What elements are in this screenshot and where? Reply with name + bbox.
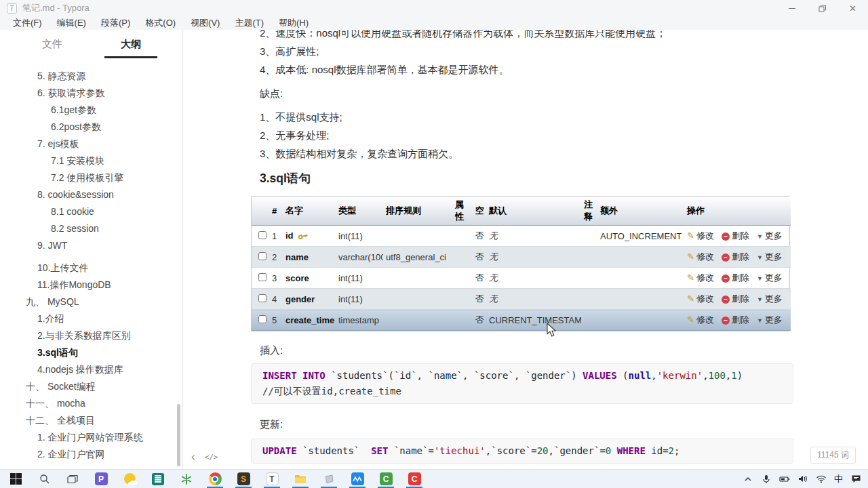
menu-file[interactable]: 文件(F)	[5, 17, 50, 29]
more-link: 更多	[765, 251, 783, 262]
field-null: 否	[473, 226, 486, 247]
tray-volume[interactable]	[797, 474, 808, 483]
outline-item[interactable]: 十二、 全栈项目	[0, 412, 182, 429]
minimize-button[interactable]	[776, 0, 807, 16]
col-header-type: 类型	[336, 197, 383, 226]
battery-icon	[779, 475, 790, 483]
taskbar-app-gray[interactable]	[315, 470, 343, 488]
more-icon: ▼	[757, 254, 763, 261]
delete-link: 删除	[732, 314, 749, 325]
search-icon	[39, 474, 50, 484]
taskbar-app-flower[interactable]	[172, 470, 201, 488]
windows-logo-icon	[10, 473, 22, 485]
update-label: 更新:	[251, 415, 793, 433]
outline-item[interactable]: 九、 MySQL	[0, 293, 182, 310]
row-num: 1	[269, 226, 283, 247]
field-collation	[383, 268, 452, 289]
taskbar-app-sublime[interactable]: S	[229, 470, 258, 488]
notification-icon	[851, 474, 861, 483]
outline-item[interactable]: 7. ejs模板	[0, 136, 182, 152]
tab-files[interactable]: 文件	[26, 38, 79, 58]
outline-item[interactable]: 10.上传文件	[0, 260, 182, 277]
edit-icon: ✎	[687, 293, 694, 304]
sidebar-scrollbar[interactable]	[177, 404, 180, 466]
code-block-update: UPDATE `students` SET `name`='tiechui',`…	[251, 439, 793, 464]
outline-item[interactable]: 11.操作MongoDB	[0, 277, 182, 293]
tray-expand-button[interactable]	[743, 476, 753, 482]
field-extra: AUTO_INCREMENT	[597, 226, 684, 247]
table-row: 3 score int(11) 否 无 ✎修改–删除▼更多	[252, 268, 791, 289]
taskbar-app-red-c[interactable]: C	[400, 470, 429, 488]
outline-item[interactable]: 8.2 session	[0, 220, 182, 237]
taskbar-app-weather[interactable]	[115, 470, 144, 488]
title-bar: T 笔记.md - Typora ✕	[0, 0, 868, 16]
outline-item[interactable]: 6.2post参数	[0, 119, 182, 136]
menu-edit[interactable]: 编辑(E)	[50, 17, 94, 29]
taskbar-app-notes[interactable]	[144, 470, 172, 488]
taskbar-app-explorer[interactable]	[286, 470, 315, 488]
more-icon: ▼	[757, 317, 763, 324]
taskbar-search-button[interactable]	[30, 470, 58, 488]
field-type: int(11)	[336, 226, 383, 247]
chevron-up-icon	[744, 476, 752, 482]
tray-notifications[interactable]	[850, 474, 861, 483]
task-view-button[interactable]	[58, 470, 87, 488]
row-num: 5	[269, 310, 283, 331]
outline-item[interactable]: 十一、 mocha	[0, 395, 182, 412]
outline-item-current[interactable]: 3.sql语句	[0, 344, 182, 361]
menu-theme[interactable]: 主题(T)	[227, 17, 271, 29]
field-null: 否	[473, 247, 486, 268]
menu-paragraph[interactable]: 段落(P)	[94, 17, 138, 29]
menu-help[interactable]: 帮助(H)	[271, 17, 316, 29]
outline-item[interactable]: 6. 获取请求参数	[0, 85, 182, 102]
maximize-button[interactable]	[807, 0, 837, 16]
field-default: 无	[486, 247, 581, 268]
taskbar-app-chrome[interactable]	[201, 470, 229, 488]
taskbar-app-p[interactable]: P	[87, 470, 115, 488]
outline-item[interactable]: 5. 静态资源	[0, 68, 182, 85]
outline-item[interactable]: 1.介绍	[0, 310, 182, 327]
taskbar-app-typora[interactable]: T	[258, 470, 286, 488]
tray-battery[interactable]	[779, 475, 790, 483]
outline-item[interactable]: 8. cookie&session	[0, 186, 182, 203]
outline-item[interactable]: 6.1get参数	[0, 102, 182, 119]
outline-item[interactable]: 2.与非关系数据库区别	[0, 327, 182, 344]
col-header-extra: 额外	[597, 197, 684, 226]
sidebar-toggle-icon[interactable]: ‹	[191, 450, 195, 464]
delete-link: 删除	[732, 272, 749, 283]
outline-item[interactable]: 2. 企业门户官网	[0, 446, 182, 463]
tray-wifi[interactable]	[816, 474, 827, 483]
outline-item[interactable]: 7.1 安装模块	[0, 152, 182, 169]
close-button[interactable]: ✕	[837, 0, 868, 16]
outline-item[interactable]: 十、 Socket编程	[0, 378, 182, 395]
word-count: 11145 词	[810, 447, 856, 464]
delete-link: 删除	[732, 251, 749, 262]
field-type: int(11)	[336, 289, 383, 310]
menu-view[interactable]: 视图(V)	[183, 17, 227, 29]
outline-item[interactable]: 9. JWT	[0, 237, 182, 254]
field-extra	[597, 247, 684, 268]
start-button[interactable]	[1, 470, 30, 488]
taskbar-app-blue-wave[interactable]	[343, 470, 372, 488]
sublime-icon: S	[237, 472, 250, 485]
ime-indicator[interactable]: 中	[834, 473, 843, 485]
taskbar-app-green-c[interactable]: C	[372, 470, 400, 488]
source-code-mode-icon[interactable]: </>	[205, 453, 218, 462]
window-title: 笔记.md - Typora	[22, 2, 90, 14]
col-header-default: 默认	[486, 197, 581, 226]
col-header-action: 操作	[684, 197, 791, 226]
close-icon: ✕	[849, 3, 856, 14]
green-c-app-icon: C	[380, 472, 393, 485]
chrome-icon	[209, 472, 222, 485]
edit-icon: ✎	[687, 272, 694, 283]
outline-item[interactable]: 7.2 使用模板引擎	[0, 169, 182, 186]
tray-microphone[interactable]	[761, 474, 772, 484]
table-header-row: # 名字 类型 排序规则 属性 空 默认 注释 额外 操作	[252, 197, 791, 226]
outline-item[interactable]: 1. 企业门户网站管理系统	[0, 429, 182, 446]
code-line: UPDATE `students` SET `name`='tiechui',`…	[262, 443, 782, 459]
outline-item[interactable]: 8.1 cookie	[0, 203, 182, 220]
outline-item[interactable]: 4.nodejs 操作数据库	[0, 361, 182, 378]
col-header-num: #	[269, 197, 283, 226]
menu-format[interactable]: 格式(O)	[138, 17, 183, 29]
tab-outline[interactable]: 大纲	[104, 38, 157, 58]
